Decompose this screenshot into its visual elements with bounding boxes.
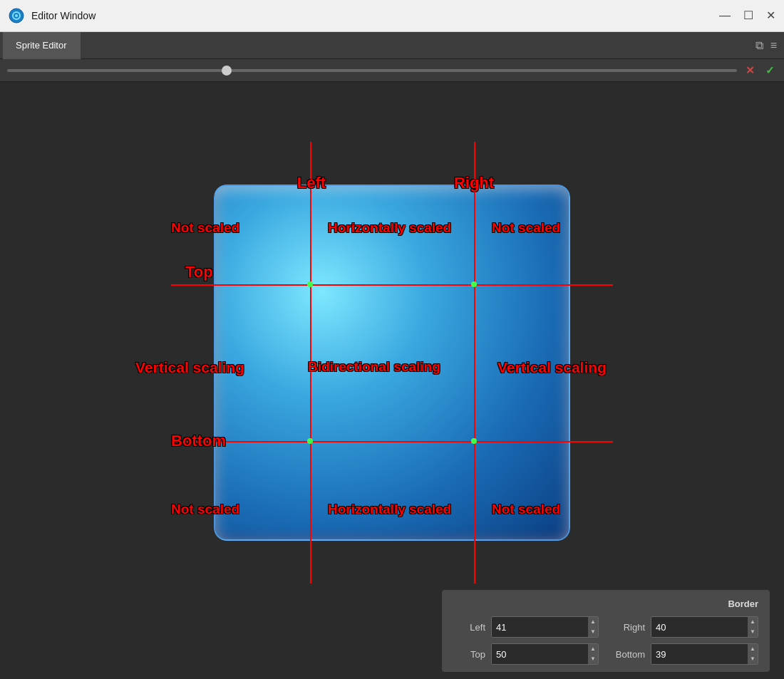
field-spinners-bottom: ▲ ▼ xyxy=(748,644,758,664)
grid-dot-top-left xyxy=(307,281,313,287)
field-row-right: Right ▲ ▼ xyxy=(613,616,758,638)
field-row-top: Top ▲ ▼ xyxy=(453,643,599,665)
field-label-right: Right xyxy=(613,622,645,633)
title-bar: Editor Window — ☐ ✕ xyxy=(0,0,784,32)
menu-icon[interactable]: ≡ xyxy=(770,39,777,52)
menu-bar: Sprite Editor ⧉ ≡ xyxy=(0,32,784,59)
field-label-top: Top xyxy=(453,649,485,660)
main-canvas: Left Right Top Bottom Not scaled Horizon… xyxy=(0,82,784,679)
spinner-down-left[interactable]: ▼ xyxy=(588,627,598,637)
spinner-up-left[interactable]: ▲ xyxy=(588,617,598,627)
slider-bar: ✕ ✓ xyxy=(0,59,784,82)
spinner-up-bottom[interactable]: ▲ xyxy=(748,644,758,654)
confirm-button[interactable]: ✓ xyxy=(763,63,777,78)
grid-line-left-vertical[interactable] xyxy=(310,142,311,584)
window-controls: — ☐ ✕ xyxy=(719,10,775,21)
field-input-bottom[interactable] xyxy=(651,647,748,662)
border-fields: Left ▲ ▼ Right ▲ ▼ xyxy=(453,616,758,665)
slider-thumb[interactable] xyxy=(222,66,232,76)
maximize-button[interactable]: ☐ xyxy=(743,10,753,21)
field-input-left[interactable] xyxy=(492,620,588,635)
cancel-button[interactable]: ✕ xyxy=(743,63,757,78)
blue-button-sprite xyxy=(214,185,570,541)
border-panel: Border Left ▲ ▼ Right ▲ xyxy=(442,590,770,672)
grid-dot-bottom-right xyxy=(471,438,477,444)
grid-line-top-horizontal[interactable] xyxy=(171,284,613,286)
window-title: Editor Window xyxy=(31,10,719,21)
grid-dot-top-right xyxy=(471,281,477,287)
spinner-up-right[interactable]: ▲ xyxy=(748,617,758,627)
sprite-image xyxy=(214,185,570,541)
panel-title: Border xyxy=(453,598,758,609)
field-label-bottom: Bottom xyxy=(613,649,645,660)
field-input-right-wrap: ▲ ▼ xyxy=(651,616,758,638)
dock-icon[interactable]: ⧉ xyxy=(755,39,763,52)
field-label-left: Left xyxy=(453,622,485,633)
tab-sprite-editor[interactable]: Sprite Editor xyxy=(3,32,81,59)
minimize-button[interactable]: — xyxy=(719,10,731,21)
zoom-slider[interactable] xyxy=(7,69,737,72)
menu-right: ⧉ ≡ xyxy=(755,39,784,52)
field-input-top-wrap: ▲ ▼ xyxy=(491,643,599,665)
spinner-up-top[interactable]: ▲ xyxy=(588,644,598,654)
spinner-down-top[interactable]: ▼ xyxy=(588,654,598,664)
close-button[interactable]: ✕ xyxy=(766,10,775,21)
field-input-bottom-wrap: ▲ ▼ xyxy=(651,643,758,665)
svg-point-2 xyxy=(15,14,18,17)
spinner-down-right[interactable]: ▼ xyxy=(748,627,758,637)
field-spinners-right: ▲ ▼ xyxy=(748,617,758,637)
field-row-left: Left ▲ ▼ xyxy=(453,616,599,638)
grid-dot-bottom-left xyxy=(307,438,313,444)
field-spinners-top: ▲ ▼ xyxy=(588,644,598,664)
label-top: Top xyxy=(185,263,213,281)
sprite-container xyxy=(214,185,570,541)
app-icon xyxy=(9,8,24,24)
spinner-down-bottom[interactable]: ▼ xyxy=(748,654,758,664)
field-input-left-wrap: ▲ ▼ xyxy=(491,616,599,638)
field-input-right[interactable] xyxy=(651,620,748,635)
field-spinners-left: ▲ ▼ xyxy=(588,617,598,637)
grid-line-right-vertical[interactable] xyxy=(474,142,475,584)
field-row-bottom: Bottom ▲ ▼ xyxy=(613,643,758,665)
field-input-top[interactable] xyxy=(492,647,588,662)
grid-line-bottom-horizontal[interactable] xyxy=(171,441,613,442)
